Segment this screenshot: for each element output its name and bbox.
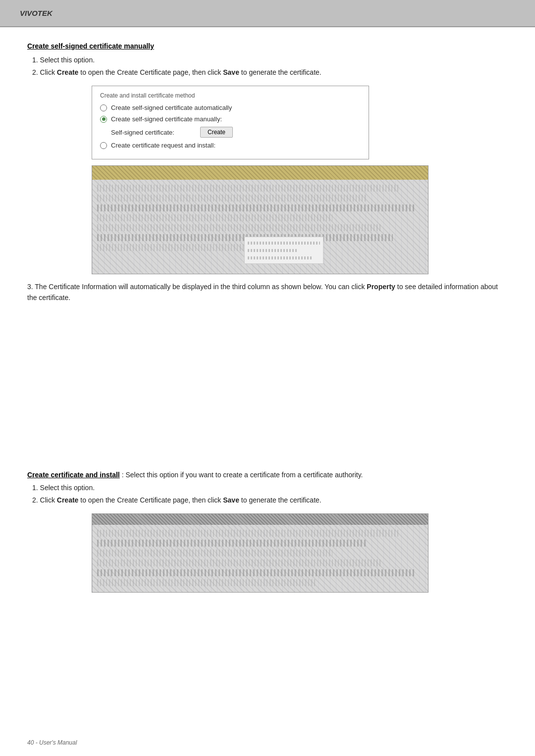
footer: 40 - User's Manual xyxy=(27,739,77,746)
screenshot-area-2 xyxy=(92,513,428,593)
radio-row-3[interactable]: Create certificate request and install: xyxy=(100,142,361,149)
section1-heading: Create self-signed certificate manually xyxy=(27,42,508,50)
header-title: VIVOTEK xyxy=(20,9,53,17)
self-signed-label: Self-signed certificate: xyxy=(111,129,190,136)
radio-auto-icon[interactable] xyxy=(100,104,107,111)
section2: Create certificate and install : Select … xyxy=(27,471,508,593)
self-signed-row: Self-signed certificate: Create xyxy=(111,127,361,138)
step3-empty-area xyxy=(27,307,508,466)
step3-para: 3. The Certificate Information will auto… xyxy=(27,281,508,303)
section2-step2: 2. Click Create to open the Create Certi… xyxy=(32,495,508,505)
ss2-body xyxy=(92,525,428,592)
page: VIVOTEK Create self-signed certificate m… xyxy=(0,0,535,756)
ss-mini-widget xyxy=(244,237,323,264)
section2-description-block: Create certificate and install : Select … xyxy=(27,471,508,479)
create-button[interactable]: Create xyxy=(200,127,233,138)
radio-manual-icon[interactable] xyxy=(100,116,107,123)
step1: 1. Select this option. xyxy=(32,55,508,65)
ss-body xyxy=(92,180,428,274)
radio-auto-label: Create self-signed certificate automatic… xyxy=(111,104,232,111)
radio-request-label: Create certificate request and install: xyxy=(111,142,215,149)
screenshot-area-1 xyxy=(92,165,428,274)
section2-step1: 1. Select this option. xyxy=(32,483,508,493)
ss-header-bar xyxy=(92,166,428,180)
radio-row-2[interactable]: Create self-signed certificate manually: xyxy=(100,115,361,123)
steps-list: 1. Select this option. 2. Click Create t… xyxy=(32,55,508,78)
section1: Create self-signed certificate manually … xyxy=(27,42,508,274)
footer-text: 40 - User's Manual xyxy=(27,739,77,746)
radio-row-1[interactable]: Create self-signed certificate automatic… xyxy=(100,104,361,111)
step2: 2. Click Create to open the Create Certi… xyxy=(32,67,508,78)
section2-heading: Create certificate and install xyxy=(27,471,120,479)
section2-steps: 1. Select this option. 2. Click Create t… xyxy=(32,483,508,505)
cert-method-box: Create and install certificate method Cr… xyxy=(92,86,369,159)
main-content: Create self-signed certificate manually … xyxy=(0,27,535,613)
ss2-header-bar xyxy=(92,514,428,525)
radio-request-icon[interactable] xyxy=(100,142,107,149)
header: VIVOTEK xyxy=(0,0,535,27)
cert-method-title: Create and install certificate method xyxy=(100,92,361,99)
radio-manual-label: Create self-signed certificate manually: xyxy=(111,115,222,123)
